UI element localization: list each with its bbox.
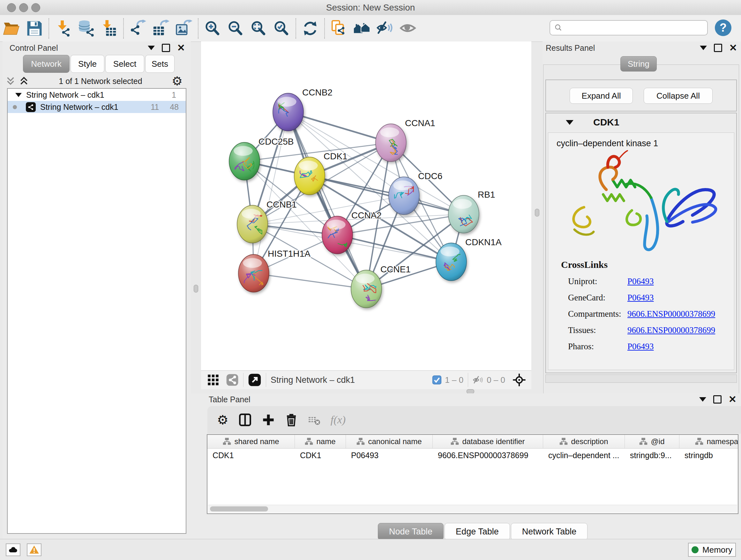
table-panel-close-icon[interactable]: ✕	[729, 396, 737, 402]
network-edge[interactable]	[288, 112, 391, 143]
network-edge[interactable]	[337, 235, 451, 262]
crosslink-value-link[interactable]: P06493	[627, 293, 654, 303]
column-header-description[interactable]: description	[543, 435, 625, 448]
table-cell[interactable]: 9606.ENSP00000378699	[433, 449, 543, 462]
table-cell[interactable]: stringdb:9...	[625, 449, 679, 462]
memory-button[interactable]: Memory	[688, 543, 736, 557]
first-neighbors-button[interactable]	[350, 17, 374, 40]
import-network-from-database-button[interactable]	[75, 17, 98, 40]
crosslink-value-link[interactable]: 9606.ENSP00000378699	[627, 309, 715, 319]
column-header-database-identifier[interactable]: database identifier	[433, 435, 543, 448]
import-table-button[interactable]	[98, 17, 121, 40]
table-cell[interactable]: stringdb	[679, 449, 738, 462]
tab-sets[interactable]: Sets	[145, 55, 175, 73]
import-network-button[interactable]	[52, 17, 75, 40]
network-edge[interactable]	[254, 273, 366, 289]
splitter-handle[interactable]	[194, 285, 198, 293]
network-graph[interactable]: CCNB2CCNA1CDC25BCDK1CDC6RB1CCNB1CCNA2CDK…	[201, 42, 531, 370]
delete-column-icon[interactable]	[285, 413, 298, 427]
fit-selected-crosshair-icon[interactable]	[512, 373, 526, 387]
network-edge[interactable]	[310, 176, 464, 214]
open-session-button[interactable]	[0, 17, 23, 40]
show-columns-icon[interactable]	[238, 413, 252, 427]
network-node-CCNB1[interactable]	[237, 205, 268, 243]
control-panel-menu-icon[interactable]	[148, 46, 155, 50]
crosslink-value-link[interactable]: P06493	[627, 341, 654, 352]
network-node-CDC6[interactable]	[389, 177, 419, 214]
results-panel-float-icon[interactable]	[714, 44, 722, 52]
network-node-CDK1[interactable]	[294, 157, 325, 195]
network-node-CCNE1[interactable]	[351, 270, 382, 308]
splitter-right[interactable]	[531, 42, 542, 389]
control-panel-float-icon[interactable]	[162, 44, 170, 52]
tab-network-table[interactable]: Network Table	[511, 523, 588, 540]
delete-table-icon[interactable]	[308, 413, 321, 427]
node-table[interactable]: shared namenamecanonical namedatabase id…	[207, 434, 738, 514]
new-network-from-selection-button[interactable]	[327, 17, 350, 40]
cloud-status-button[interactable]	[6, 543, 20, 556]
crosslink-value-link[interactable]: P06493	[627, 276, 654, 287]
network-options-gear-icon[interactable]: ⚙	[172, 75, 183, 87]
grid-view-icon[interactable]	[207, 374, 219, 386]
tab-string[interactable]: String	[620, 56, 657, 71]
export-table-button[interactable]	[149, 17, 172, 40]
show-all-button[interactable]	[396, 17, 419, 40]
help-button[interactable]: ?	[715, 19, 731, 36]
collection-expand-icon[interactable]	[15, 93, 22, 97]
results-panel-close-icon[interactable]: ✕	[729, 45, 737, 51]
tab-select[interactable]: Select	[105, 55, 144, 73]
tab-network[interactable]: Network	[23, 55, 70, 73]
create-column-icon[interactable]	[262, 413, 275, 427]
collapse-all-networks-icon[interactable]	[5, 76, 16, 86]
results-scrollbar[interactable]	[545, 374, 737, 383]
network-node-HIST1H1A[interactable]	[239, 254, 269, 292]
network-canvas[interactable]: CCNB2CCNA1CDC25BCDK1CDC6RB1CCNB1CCNA2CDK…	[201, 42, 531, 370]
tab-style[interactable]: Style	[71, 55, 105, 73]
network-row[interactable]: String Network – cdk1 11 48	[8, 101, 186, 113]
table-row[interactable]: CDK1CDK1P064939606.ENSP00000378699cyclin…	[207, 449, 738, 462]
table-options-gear-icon[interactable]: ⚙	[217, 413, 228, 427]
protein-collapse-icon[interactable]	[566, 120, 574, 125]
collapse-all-button[interactable]: Collapse All	[644, 88, 713, 104]
tab-edge-table[interactable]: Edge Table	[445, 523, 510, 540]
selected-checkbox-icon[interactable]	[432, 375, 442, 385]
table-cell[interactable]: P06493	[346, 449, 433, 462]
splitter-handle[interactable]	[467, 389, 474, 394]
toolbar-search[interactable]	[549, 20, 708, 36]
warning-status-button[interactable]	[27, 543, 42, 556]
network-node-CCNA1[interactable]	[376, 124, 406, 162]
splitter-left[interactable]	[191, 42, 201, 389]
refresh-view-button[interactable]	[299, 17, 322, 40]
tab-node-table[interactable]: Node Table	[378, 523, 444, 540]
results-panel-menu-icon[interactable]	[700, 46, 707, 50]
table-horizontal-scrollbar[interactable]	[208, 505, 737, 513]
save-session-button[interactable]	[23, 17, 46, 40]
table-cell[interactable]: cyclin–dependent ...	[543, 449, 625, 462]
network-node-RB1[interactable]	[448, 195, 479, 233]
hidden-eye-slash-icon[interactable]	[473, 374, 483, 385]
network-node-CDC25B[interactable]	[229, 142, 260, 180]
column-header-name[interactable]: name	[295, 435, 346, 448]
table-panel-menu-icon[interactable]	[699, 397, 706, 401]
network-node-CCNA2[interactable]	[322, 216, 353, 254]
network-node-CDKN1A[interactable]	[436, 243, 467, 281]
export-image-button[interactable]	[172, 17, 195, 40]
column-header-shared-name[interactable]: shared name	[207, 435, 295, 448]
column-header-namespace[interactable]: namespace	[679, 435, 738, 448]
expand-all-networks-icon[interactable]	[18, 76, 29, 86]
hide-selected-button[interactable]	[374, 17, 396, 40]
zoom-selected-button[interactable]	[270, 17, 293, 40]
expand-all-button[interactable]: Expand All	[569, 88, 633, 104]
zoom-in-button[interactable]	[201, 17, 224, 40]
column-header-canonical-name[interactable]: canonical name	[346, 435, 433, 448]
network-view-mode-icon[interactable]	[226, 374, 239, 386]
zoom-out-button[interactable]	[224, 17, 247, 40]
search-input[interactable]	[563, 23, 707, 33]
column-header--id[interactable]: @id	[625, 435, 679, 448]
detach-view-icon[interactable]	[248, 373, 261, 387]
zoom-fit-button[interactable]	[247, 17, 270, 40]
network-node-CCNB2[interactable]	[273, 93, 304, 131]
network-collection-row[interactable]: String Network – cdk1 1	[8, 89, 186, 101]
control-panel-close-icon[interactable]: ✕	[177, 45, 185, 51]
function-builder-icon[interactable]: f(x)	[331, 414, 346, 426]
